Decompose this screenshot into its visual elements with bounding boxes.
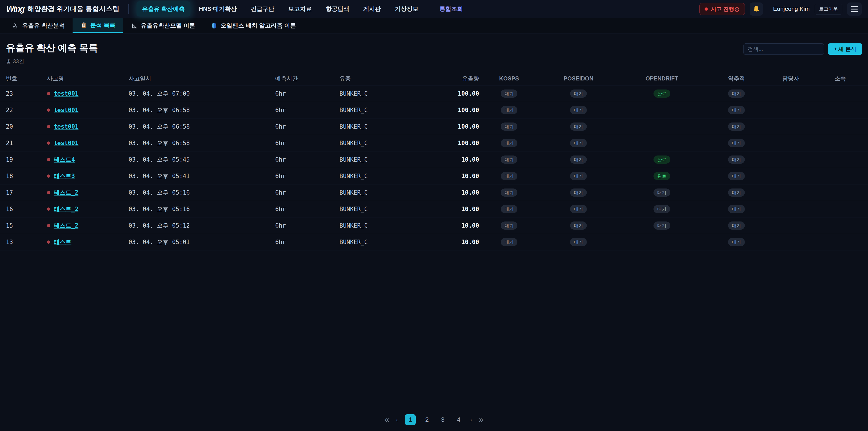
nav-item[interactable]: HNS·대기확산 [193,1,242,17]
status-badge: 대기 [501,172,518,180]
column-header: 예측시간 [274,75,338,82]
incident-name-link[interactable]: 테스트_2 [54,222,79,229]
oil-type: BUNKER_C [338,173,425,180]
new-analysis-button[interactable]: + 새 분석 [828,43,862,55]
app-title: 해양환경 위기대응 통합시스템 [28,4,120,13]
status-badge: 대기 [728,155,745,164]
next-page-button[interactable]: › [470,417,472,423]
page-number-list: 1234 [405,414,463,425]
spill-amount: 10.00 [425,156,481,163]
tab-oil-fence-algorithm-theory[interactable]: 오일펜스 배치 알고리즘 이론 [203,18,304,33]
column-header: OPENDRIFT [620,75,704,82]
total-count: 총 33건 [6,58,98,65]
brand-logo: Wing 해양환경 위기대응 통합시스템 [6,4,119,14]
incident-name-cell: test001 [45,107,127,114]
nav-item[interactable]: 유출유 확산예측 [136,1,190,17]
tab-analysis-list[interactable]: 분석 목록 [72,18,123,33]
poseidon-status-cell: 대기 [537,90,620,98]
opendrift-status-cell: 완료 [620,172,704,180]
nav-item[interactable]: 항공탐색 [320,1,355,17]
forecast-duration: 6hr [274,239,338,245]
last-page-button[interactable]: » [479,415,483,424]
kosps-status-cell: 대기 [481,106,537,114]
prev-page-button[interactable]: ‹ [396,417,398,423]
incident-badge-label: 사고 진행중 [711,5,740,13]
column-header: 번호 [0,75,45,82]
status-badge: 대기 [501,205,518,213]
kosps-status-cell: 대기 [481,238,537,246]
oil-type: BUNKER_C [338,123,425,130]
status-badge: 대기 [501,155,518,164]
incident-name-link[interactable]: 테스트3 [54,172,75,180]
incident-name-link[interactable]: 테스트_2 [54,189,79,196]
hamburger-menu-button[interactable] [847,2,862,16]
tab-diffusion-model-theory[interactable]: 유출유확산모델 이론 [123,18,203,33]
tab-spill-analysis[interactable]: 유출유 확산분석 [4,18,72,33]
incident-name-link[interactable]: 테스트_2 [54,205,79,213]
spill-amount: 100.00 [425,90,481,97]
poseidon-status-cell: 대기 [537,172,620,180]
incident-datetime: 03. 04. 오후 06:58 [127,139,274,147]
row-number: 17 [0,189,45,196]
spill-amount: 10.00 [425,239,481,245]
clipboard-icon [80,22,87,29]
incident-name-cell: 테스트_2 [45,189,127,196]
status-badge: 대기 [728,221,745,229]
tab-label: 유출유 확산분석 [22,22,65,30]
incident-name-link[interactable]: test001 [54,90,79,97]
status-badge: 대기 [728,188,745,196]
forecast-duration: 6hr [274,206,338,212]
status-badge: 대기 [728,172,745,180]
nav-item[interactable]: 보고자료 [283,1,317,17]
incident-name-link[interactable]: 테스트 [54,238,71,246]
incident-in-progress-badge[interactable]: 사고 진행중 [700,3,745,15]
status-badge: 대기 [653,221,670,229]
page-button[interactable]: 3 [438,416,447,423]
column-header: POSEIDON [537,75,620,82]
nav-item[interactable]: 통합조회 [431,1,468,17]
oil-type: BUNKER_C [338,239,425,245]
column-header: 사고일시 [127,75,274,82]
poseidon-status-cell: 대기 [537,238,620,246]
nav-item[interactable]: 기상정보 [390,1,424,17]
row-number: 22 [0,107,45,114]
page-button[interactable]: 4 [454,416,463,423]
status-badge: 대기 [570,106,587,114]
nav-item[interactable]: 게시판 [358,1,386,17]
spill-amount: 100.00 [425,123,481,130]
kosps-status-cell: 대기 [481,155,537,164]
incident-name-cell: 테스트3 [45,172,127,180]
status-badge: 대기 [570,90,587,98]
poseidon-status-cell: 대기 [537,155,620,164]
opendrift-status-cell: 완료 [620,155,704,164]
incident-dot-icon [47,142,50,145]
table-header-row: 번호사고명사고일시예측시간유종유출량KOSPSPOSEIDONOPENDRIFT… [0,72,868,86]
user-name: Eunjeong Kim [773,5,810,12]
status-badge: 대기 [570,238,587,246]
notification-button[interactable] [750,2,763,16]
status-badge: 대기 [501,139,518,147]
nav-item[interactable]: 긴급구난 [245,1,280,17]
oil-type: BUNKER_C [338,90,425,97]
status-badge: 대기 [570,123,587,131]
opendrift-status-cell: 완료 [620,90,704,98]
incident-datetime: 03. 04. 오후 05:12 [127,222,274,229]
oil-type: BUNKER_C [338,107,425,114]
incident-name-link[interactable]: test001 [54,107,79,114]
incident-name-link[interactable]: test001 [54,123,79,130]
search-input[interactable] [743,43,824,55]
logout-button[interactable]: 로그아웃 [815,4,842,14]
page-button[interactable]: 2 [423,416,432,423]
table-row: 16 테스트_2 03. 04. 오후 05:16 6hr BUNKER_C 1… [0,201,868,217]
incident-name-link[interactable]: test001 [54,140,79,147]
current-page-button[interactable]: 1 [405,414,416,425]
incident-datetime: 03. 04. 오후 05:16 [127,205,274,213]
table-row: 18 테스트3 03. 04. 오후 05:41 6hr BUNKER_C 10… [0,168,868,184]
first-page-button[interactable]: « [385,415,389,424]
opendrift-status-cell: 대기 [620,221,704,229]
forecast-duration: 6hr [274,189,338,196]
status-badge: 대기 [728,238,745,246]
poseidon-status-cell: 대기 [537,188,620,196]
incident-name-link[interactable]: 테스트4 [54,156,75,164]
backtrack-status-cell: 대기 [704,90,769,98]
